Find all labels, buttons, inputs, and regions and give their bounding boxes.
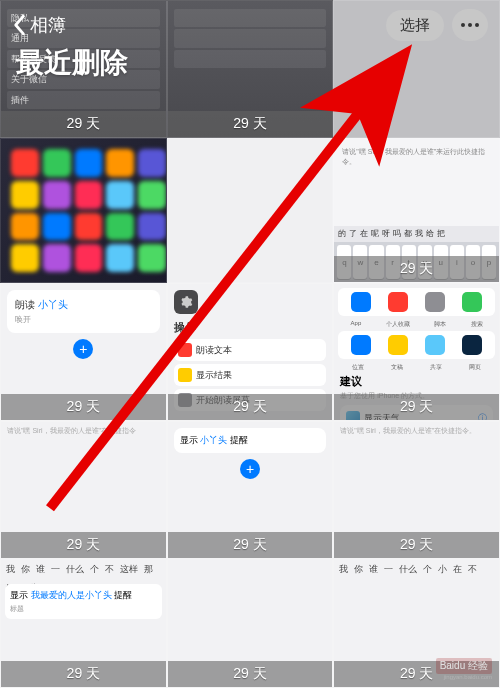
thumbnail[interactable]: 请说"嘿 Siri，我最爱的人是谁"来运行此快捷指令。 的了在呢呀吗都我给把 q… bbox=[333, 138, 500, 283]
thumbnail[interactable]: 朗读 小丫头 唤开 + 29 天 bbox=[0, 283, 167, 421]
reminder-card: 显示 我最爱的人是小丫头 提醒 标题 bbox=[5, 584, 162, 619]
shortcut-card: 朗读 小丫头 唤开 bbox=[7, 290, 160, 333]
navigation-bar: 相簿 选择 bbox=[0, 0, 500, 50]
watermark: Baidu 经验 jingyan.baidu.com bbox=[436, 658, 492, 680]
days-remaining: 29 天 bbox=[168, 111, 333, 137]
thumbnail[interactable]: 显示 小丫头 提醒 + 29 天 bbox=[167, 421, 334, 559]
thumbnail[interactable]: 请说"嘿 Siri，我最爱的人是谁"在快捷指令 29 天 bbox=[0, 421, 167, 559]
share-icon bbox=[425, 335, 445, 355]
suggest-title: 建议 bbox=[340, 374, 493, 389]
docs-icon bbox=[388, 335, 408, 355]
days-remaining: 29 天 bbox=[334, 532, 499, 558]
thumbnail[interactable]: 请说"嘿 Siri，我最爱的人是谁"在快捷指令。 29 天 bbox=[333, 421, 500, 559]
script-icon bbox=[425, 292, 445, 312]
siri-note: 请说"嘿 Siri，我最爱的人是谁"在快捷指令 bbox=[1, 422, 166, 440]
svg-point-1 bbox=[468, 23, 472, 27]
quick-bar bbox=[338, 331, 495, 359]
svg-point-0 bbox=[461, 23, 465, 27]
result-icon bbox=[178, 368, 192, 382]
days-remaining: 29 天 bbox=[1, 532, 166, 558]
back-button[interactable]: 相簿 bbox=[12, 13, 66, 37]
apps-icon bbox=[351, 292, 371, 312]
web-icon bbox=[462, 335, 482, 355]
thumbnail[interactable] bbox=[0, 138, 167, 283]
thumbnail[interactable] bbox=[167, 138, 334, 283]
thumbnail[interactable]: 操作 朗读文本 显示结果 开始朗读屏幕 29 天 bbox=[167, 283, 334, 421]
days-remaining: 29 天 bbox=[168, 532, 333, 558]
more-button[interactable] bbox=[452, 9, 488, 41]
add-icon: + bbox=[240, 459, 260, 479]
days-remaining: 29 天 bbox=[168, 394, 333, 420]
favorites-icon bbox=[388, 292, 408, 312]
siri-tip-text: 请说"嘿 Siri，我最爱的人是谁"来运行此快捷指令。 bbox=[340, 145, 493, 169]
page-title: 最近删除 bbox=[16, 44, 128, 82]
search-icon bbox=[462, 292, 482, 312]
days-remaining: 29 天 bbox=[1, 111, 166, 137]
add-icon: + bbox=[73, 339, 93, 359]
days-remaining: 29 天 bbox=[1, 661, 166, 687]
more-icon bbox=[461, 22, 479, 28]
siri-note: 请说"嘿 Siri，我最爱的人是谁"在快捷指令。 bbox=[334, 422, 499, 440]
days-remaining: 29 天 bbox=[1, 394, 166, 420]
category-bar bbox=[338, 288, 495, 316]
candidate-bar: 的了在呢呀吗都我给把 bbox=[334, 226, 499, 242]
blurred-homescreen bbox=[11, 149, 156, 272]
days-remaining: 29 天 bbox=[334, 256, 499, 282]
thumbnail[interactable]: 29 天 bbox=[167, 559, 334, 688]
chevron-left-icon bbox=[12, 14, 26, 36]
candidate-bar: 我你谁一什么个小在不 bbox=[334, 560, 499, 579]
gear-icon bbox=[174, 290, 198, 314]
days-remaining: 29 天 bbox=[334, 394, 499, 420]
select-button[interactable]: 选择 bbox=[386, 10, 444, 41]
speak-icon bbox=[178, 343, 192, 357]
back-label: 相簿 bbox=[30, 13, 66, 37]
svg-point-2 bbox=[475, 23, 479, 27]
days-remaining: 29 天 bbox=[168, 661, 333, 687]
thumbnail[interactable]: App个人收藏脚本搜索 位置文稿共享网页 建议 基于您使用 iPhone 的方式… bbox=[333, 283, 500, 421]
location-icon bbox=[351, 335, 371, 355]
thumbnail[interactable]: 我你谁一什么个不 这样那钱因为 显示 我最爱的人是小丫头 提醒 标题 29 天 bbox=[0, 559, 167, 688]
reminder-card: 显示 小丫头 提醒 bbox=[174, 428, 327, 453]
